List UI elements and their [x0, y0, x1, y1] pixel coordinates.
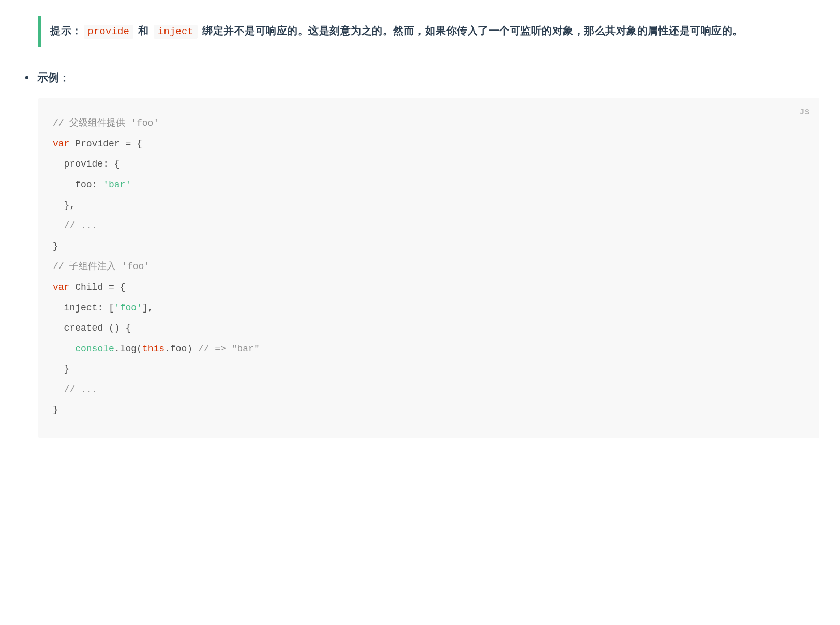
code-line: // 父级组件提供 'foo'	[53, 113, 805, 134]
code-attr: provide: {	[53, 159, 120, 169]
lang-badge: JS	[800, 104, 810, 121]
code-ident: .log(	[114, 344, 142, 354]
code-ident: },	[53, 200, 75, 211]
code-ident: }	[53, 241, 58, 251]
code-line: var Provider = {	[53, 134, 805, 155]
code-line: created () {	[53, 318, 805, 339]
callout-rest: 绑定并不是可响应的。这是刻意为之的。然而，如果你传入了一个可监听的对象，那么其对…	[199, 25, 743, 36]
code-console: console	[75, 344, 114, 354]
code-ident: }	[53, 364, 69, 374]
example-list-item: • 示例：	[21, 68, 819, 86]
code-line: provide: {	[53, 154, 805, 175]
code-line: // 子组件注入 'foo'	[53, 257, 805, 277]
code-indent	[53, 344, 75, 354]
code-comment: // ...	[53, 220, 97, 231]
code-ident: Child = {	[69, 282, 125, 292]
code-attr: inject: [	[53, 303, 114, 313]
code-comment: // ...	[53, 384, 97, 395]
code-line: var Child = {	[53, 277, 805, 298]
callout-text: 提示：provide 和 inject 绑定并不是可响应的。这是刻意为之的。然而…	[50, 25, 743, 36]
tip-callout: 提示：provide 和 inject 绑定并不是可响应的。这是刻意为之的。然而…	[38, 16, 819, 47]
code-attr: foo:	[53, 180, 103, 190]
callout-prefix: 提示：	[50, 25, 82, 36]
code-line: },	[53, 196, 805, 216]
code-line: foo: 'bar'	[53, 175, 805, 196]
code-line: }	[53, 359, 805, 380]
code-ident: Provider = {	[69, 139, 142, 149]
code-attr: created () {	[53, 323, 131, 333]
code-ident: }	[53, 405, 58, 415]
code-line: // ...	[53, 216, 805, 236]
code-line: // ...	[53, 380, 805, 400]
example-label: 示例：	[37, 69, 70, 86]
code-line: }	[53, 400, 805, 421]
code-string: 'foo'	[114, 303, 142, 313]
inline-code-inject: inject	[154, 25, 198, 39]
code-line: }	[53, 236, 805, 257]
code-keyword: var	[53, 282, 69, 292]
code-this: this	[142, 344, 164, 354]
code-comment: // => "bar"	[198, 344, 260, 354]
code-string: 'bar'	[103, 180, 131, 190]
code-ident: .foo)	[164, 344, 198, 354]
code-comment: // 父级组件提供 'foo'	[53, 118, 159, 128]
code-ident: ],	[142, 303, 154, 313]
code-comment: // 子组件注入 'foo'	[53, 261, 149, 272]
code-line: console.log(this.foo) // => "bar"	[53, 339, 805, 360]
callout-mid: 和	[135, 25, 152, 36]
bullet-icon: •	[25, 68, 29, 86]
code-keyword: var	[53, 139, 69, 149]
code-block: JS // 父级组件提供 'foo' var Provider = { prov…	[38, 98, 819, 438]
inline-code-provide: provide	[84, 25, 134, 39]
code-line: inject: ['foo'],	[53, 298, 805, 319]
